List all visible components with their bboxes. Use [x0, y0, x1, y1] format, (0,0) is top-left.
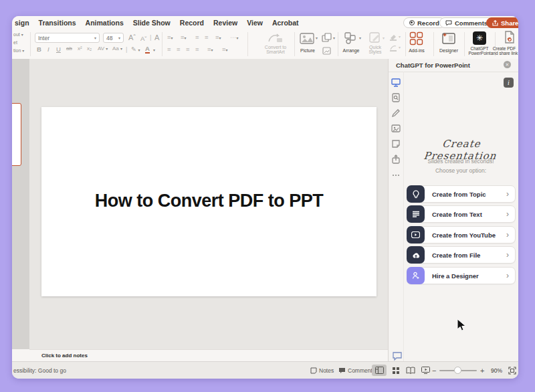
- italic-icon[interactable]: I: [47, 45, 49, 53]
- designer-person-icon: [407, 267, 425, 284]
- menu-record[interactable]: Record: [180, 19, 204, 27]
- indent-icon[interactable]: ≡: [205, 33, 209, 41]
- underline-icon[interactable]: U: [56, 45, 61, 53]
- zoom-slider-knob[interactable]: [454, 367, 461, 374]
- notes-pane[interactable]: Click to add notes: [29, 349, 388, 362]
- highlight-pen-icon[interactable]: ✎ ▾: [131, 45, 140, 53]
- menu-animations[interactable]: Animations: [86, 19, 124, 27]
- slide-title[interactable]: How to Convert PDF to PPT: [41, 191, 377, 211]
- menu-acrobat[interactable]: Acrobat: [272, 19, 299, 27]
- create-from-topic-button[interactable]: Create from Topic ›: [407, 185, 516, 203]
- chevron-down-icon: ▾: [316, 35, 318, 40]
- shape-outline-icon[interactable]: [389, 44, 397, 52]
- chevron-down-icon: ▾: [399, 34, 401, 39]
- zoom-level[interactable]: 90%: [491, 367, 502, 374]
- justify-icon[interactable]: ≡: [195, 45, 199, 53]
- zoom-out-button[interactable]: −: [432, 367, 436, 375]
- sidebar-icon-rail: [389, 72, 404, 361]
- create-from-youtube-button[interactable]: Create from YouTube ›: [407, 226, 516, 243]
- designer-label: Designer: [436, 48, 461, 53]
- menu-slide-show[interactable]: Slide Show: [133, 19, 171, 27]
- align-right-icon[interactable]: ≡: [186, 45, 190, 53]
- convert-smartart-label[interactable]: Convert toSmartArt: [261, 45, 290, 54]
- slide-thumbnail-1[interactable]: [12, 103, 21, 166]
- menu-transitions[interactable]: Transitions: [39, 19, 76, 27]
- create-from-file-button[interactable]: Create from File ›: [407, 246, 516, 264]
- menu-review[interactable]: Review: [213, 19, 237, 27]
- clear-formatting-icon[interactable]: A: [154, 33, 159, 41]
- menu-view[interactable]: View: [247, 19, 263, 27]
- reading-view-button[interactable]: [403, 365, 418, 376]
- screenshot-icon[interactable]: [322, 33, 332, 43]
- export-icon[interactable]: [391, 155, 401, 164]
- smartart-icon[interactable]: [268, 33, 284, 43]
- notes-toggle[interactable]: Notes: [319, 367, 334, 374]
- font-color-icon[interactable]: A: [145, 45, 150, 54]
- font-name-select[interactable]: Inter▾: [35, 33, 100, 43]
- align-text-icon[interactable]: ≡▾: [222, 45, 228, 53]
- quick-styles-icon[interactable]: [369, 32, 381, 43]
- hire-a-designer-button[interactable]: Hire a Designer ›: [407, 267, 516, 284]
- accessibility-status[interactable]: essibility: Good to go: [13, 367, 66, 374]
- designer-icon[interactable]: [441, 31, 456, 45]
- sidebar-title: ChatGPT for PowerPoint: [396, 62, 470, 69]
- section-cut-label[interactable]: tion ▾: [13, 48, 24, 53]
- bullet-list-icon[interactable]: ≡▾: [167, 33, 173, 41]
- text-options-icon[interactable]: ⋯▾: [230, 33, 239, 41]
- align-left-icon[interactable]: ≡: [167, 45, 171, 53]
- text-lines-icon: [407, 205, 425, 223]
- slide[interactable]: How to Convert PDF to PPT: [41, 107, 377, 296]
- layout-cut-label[interactable]: out ▾: [13, 32, 23, 37]
- image-icon[interactable]: [391, 124, 401, 133]
- change-case-icon[interactable]: Aa ▾: [112, 45, 122, 52]
- picture-icon[interactable]: [300, 33, 314, 44]
- slideshow-view-button[interactable]: [418, 365, 433, 376]
- youtube-play-icon: [407, 226, 425, 243]
- numbered-list-icon[interactable]: ≡▾: [181, 33, 187, 41]
- photo-album-icon[interactable]: [322, 47, 331, 55]
- text-direction-icon[interactable]: ≡▾: [207, 45, 213, 53]
- align-center-icon[interactable]: ≡: [177, 45, 181, 53]
- chevron-right-icon: ›: [506, 250, 509, 260]
- share-button[interactable]: Share ▾: [486, 17, 518, 28]
- add-ins-label: Add-ins: [404, 48, 429, 53]
- presentation-icon[interactable]: [391, 78, 401, 87]
- slide-sorter-view-button[interactable]: [389, 365, 403, 376]
- bold-icon[interactable]: B: [37, 45, 41, 53]
- normal-view-button[interactable]: [372, 365, 387, 376]
- create-from-text-button[interactable]: Create from Text ›: [407, 205, 516, 223]
- more-options-icon[interactable]: [391, 171, 401, 180]
- chevron-right-icon: ›: [506, 209, 509, 219]
- outdent-icon[interactable]: ≡: [195, 33, 199, 41]
- superscript-icon[interactable]: x²: [78, 45, 82, 52]
- chatgpt-powerpoint-icon[interactable]: ✳: [473, 31, 486, 45]
- sidebar-header: ChatGPT for PowerPoint ✕: [389, 59, 518, 72]
- grow-font-icon[interactable]: Aˆ: [128, 33, 136, 41]
- arrange-icon[interactable]: [344, 32, 357, 44]
- chevron-down-icon: ▾: [94, 35, 96, 40]
- shrink-font-icon[interactable]: Aˇ: [140, 35, 147, 42]
- sticky-note-icon[interactable]: [391, 139, 401, 149]
- close-icon[interactable]: ✕: [504, 61, 511, 68]
- document-search-icon[interactable]: [391, 93, 401, 102]
- pencil-icon[interactable]: [391, 108, 401, 118]
- fit-to-window-icon[interactable]: [508, 367, 516, 375]
- character-spacing-icon[interactable]: AV ▾: [98, 45, 108, 52]
- strikethrough-icon[interactable]: ab: [66, 45, 72, 52]
- reset-cut-label[interactable]: et: [13, 40, 17, 45]
- chat-bubble-icon[interactable]: [392, 351, 403, 361]
- comments-toggle[interactable]: Comments: [348, 367, 375, 374]
- lightbulb-icon: [407, 185, 425, 203]
- create-pdf-icon[interactable]: [503, 31, 516, 45]
- shape-fill-icon[interactable]: [389, 33, 397, 41]
- zoom-in-button[interactable]: +: [480, 367, 484, 375]
- font-size-select[interactable]: 48▾: [103, 33, 124, 43]
- powerpoint-window: sign Transitions Animations Slide Show R…: [12, 16, 518, 379]
- line-spacing-icon[interactable]: ≡▾: [215, 33, 221, 41]
- menu-design[interactable]: sign: [15, 19, 29, 27]
- chevron-down-icon: ▾: [333, 35, 335, 40]
- info-icon[interactable]: i: [504, 78, 514, 88]
- add-ins-icon[interactable]: [409, 31, 423, 45]
- subscript-icon[interactable]: x₂: [87, 45, 92, 52]
- comments-button[interactable]: Comments: [439, 17, 494, 28]
